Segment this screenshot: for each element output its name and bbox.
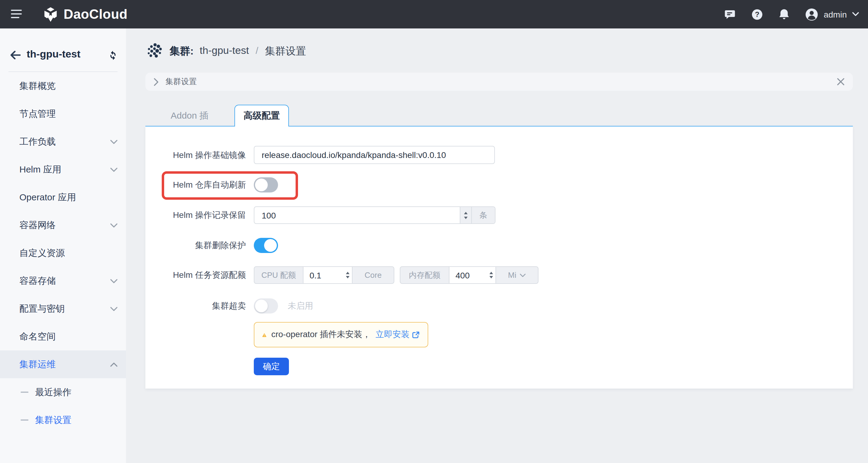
sidebar-item-operator-apps[interactable]: Operator 应用	[0, 184, 126, 211]
close-icon[interactable]	[837, 78, 844, 85]
helm-history-unit: 条	[471, 207, 495, 223]
app: DaoCloud ? admin	[0, 0, 868, 463]
helm-history-input[interactable]	[254, 207, 460, 223]
install-now-link[interactable]: 立即安装	[376, 329, 420, 340]
user-name: admin	[824, 9, 847, 19]
user-menu[interactable]: admin	[805, 7, 859, 21]
svg-text:?: ?	[755, 10, 759, 18]
tab-addon-plugins[interactable]: Addon 插件	[169, 105, 210, 126]
sidebar-item-helm-apps[interactable]: Helm 应用	[0, 156, 126, 184]
main-content: 集群: th-gpu-test / 集群设置 集群设置 Addon 插件 高级配…	[126, 28, 868, 463]
memory-quota-stepper[interactable]	[489, 267, 493, 283]
sidebar-item-container-network[interactable]: 容器网络	[0, 211, 126, 239]
sidebar-nav: 集群概览 节点管理 工作负载 Helm 应用 Operator 应用 容器网络 …	[0, 72, 126, 434]
oversell-status: 未启用	[288, 298, 313, 313]
helm-repo-refresh-label: Helm 仓库自动刷新	[145, 177, 246, 193]
sidebar-item-node-management[interactable]: 节点管理	[0, 100, 126, 128]
external-link-icon	[412, 331, 420, 339]
sidebar-item-cluster-settings[interactable]: 集群设置	[0, 406, 126, 434]
header-actions: ? admin	[724, 0, 859, 28]
brand-logo[interactable]: DaoCloud	[42, 5, 127, 23]
cpu-quota-input[interactable]	[304, 270, 352, 280]
bell-icon[interactable]	[778, 8, 790, 20]
dash-icon	[21, 392, 28, 393]
stepper-down-icon[interactable]	[489, 276, 493, 278]
chevron-down-icon	[110, 167, 118, 172]
chevron-down-icon	[110, 139, 118, 144]
warning-icon	[262, 330, 267, 340]
chevron-right-icon[interactable]	[154, 78, 159, 86]
stepper-up-icon[interactable]	[489, 272, 493, 274]
chevron-up-icon	[110, 362, 118, 366]
sidebar-item-cluster-ops[interactable]: 集群运维	[0, 351, 126, 378]
oversell-toggle[interactable]	[254, 298, 278, 313]
memory-quota-prefix: 内存配额	[400, 267, 449, 283]
breadcrumb: 集群: th-gpu-test / 集群设置	[147, 42, 306, 60]
helm-history-label: Helm 操作记录保留	[145, 206, 246, 224]
settings-collapse-bar[interactable]: 集群设置	[145, 73, 853, 91]
confirm-button[interactable]: 确定	[254, 358, 289, 375]
breadcrumb-separator: /	[256, 45, 258, 56]
memory-quota-input[interactable]	[450, 270, 495, 280]
memory-unit-select[interactable]: Mi	[496, 267, 538, 283]
sidebar-item-custom-resources[interactable]: 自定义资源	[0, 239, 126, 267]
breadcrumb-current: 集群设置	[265, 44, 306, 58]
delete-protection-toggle[interactable]	[254, 238, 278, 253]
delete-protection-label: 集群删除保护	[145, 238, 246, 253]
stepper-up-icon[interactable]	[346, 272, 349, 274]
cpu-quota-prefix: CPU 配额	[254, 267, 303, 283]
helm-image-label: Helm 操作基础镜像	[145, 146, 246, 164]
settings-bar-title: 集群设置	[165, 76, 197, 87]
chat-icon[interactable]	[724, 8, 736, 20]
helm-history-input-group: 条	[254, 206, 495, 224]
chevron-down-icon	[110, 223, 118, 227]
stepper-up-icon[interactable]	[464, 211, 468, 214]
cpu-quota-field	[303, 267, 352, 283]
sidebar-item-namespaces[interactable]: 命名空间	[0, 323, 126, 351]
avatar-icon	[805, 7, 818, 21]
oversell-label: 集群超卖	[145, 298, 246, 313]
helm-quota-label: Helm 任务资源配额	[145, 266, 246, 284]
cpu-quota-group: CPU 配额 Core	[254, 266, 394, 284]
chevron-down-icon	[852, 12, 859, 16]
cpu-quota-stepper[interactable]	[346, 267, 349, 283]
memory-quota-field	[449, 267, 496, 283]
cro-operator-warning: cro-operator 插件未安装， 立即安装	[254, 322, 428, 348]
sidebar: th-gpu-test 集群概览 节点管理 工作负载 Helm 应用 Opera…	[0, 28, 126, 463]
helm-repo-refresh-toggle[interactable]	[254, 177, 278, 193]
tab-advanced-config[interactable]: 高级配置	[235, 105, 289, 127]
breadcrumb-cluster-name: th-gpu-test	[199, 45, 249, 57]
stepper-down-icon[interactable]	[346, 276, 349, 278]
sidebar-item-recent-operations[interactable]: 最近操作	[0, 378, 126, 406]
help-icon[interactable]: ?	[751, 8, 763, 20]
sidebar-item-config-secrets[interactable]: 配置与密钥	[0, 295, 126, 323]
menu-icon[interactable]	[11, 10, 23, 19]
sidebar-item-cluster-overview[interactable]: 集群概览	[0, 72, 126, 100]
daocloud-logo-icon	[42, 6, 59, 23]
cpu-quota-unit: Core	[352, 267, 394, 283]
stepper-down-icon[interactable]	[464, 217, 468, 219]
sidebar-header: th-gpu-test	[0, 28, 126, 71]
sidebar-cluster-name: th-gpu-test	[27, 48, 81, 61]
chevron-down-icon	[110, 306, 118, 311]
top-header: DaoCloud ? admin	[0, 0, 868, 28]
chevron-down-icon	[520, 273, 526, 277]
helm-history-stepper[interactable]	[460, 207, 471, 223]
switch-cluster-icon[interactable]	[108, 50, 118, 61]
breadcrumb-cluster-label: 集群:	[169, 44, 193, 58]
brand-name: DaoCloud	[64, 6, 127, 22]
cluster-dots-icon	[147, 42, 163, 59]
back-arrow-icon[interactable]	[10, 51, 21, 59]
helm-image-input[interactable]	[254, 146, 495, 164]
dash-icon	[21, 420, 28, 421]
sidebar-item-container-storage[interactable]: 容器存储	[0, 267, 126, 295]
warning-text: cro-operator 插件未安装，	[271, 329, 371, 340]
sidebar-item-workloads[interactable]: 工作负载	[0, 128, 126, 156]
advanced-config-panel: Helm 操作基础镜像 Helm 仓库自动刷新 Helm 操作记录保留 条 集群…	[145, 126, 853, 389]
chevron-down-icon	[110, 279, 118, 283]
memory-quota-group: 内存配额 Mi	[400, 266, 538, 284]
